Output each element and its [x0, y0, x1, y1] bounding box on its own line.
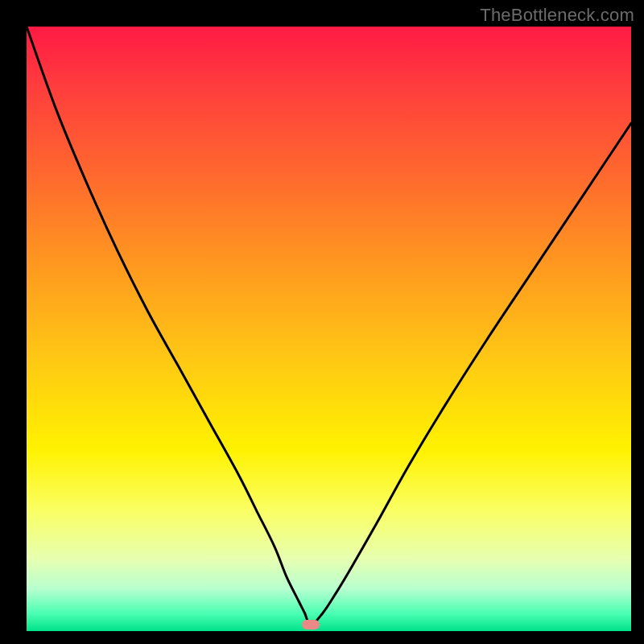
- notch-marker: [302, 620, 320, 630]
- bottleneck-curve: [27, 27, 631, 631]
- curve-path: [27, 27, 631, 625]
- outer-frame: TheBottleneck.com: [0, 0, 644, 644]
- plot-area: [27, 27, 631, 631]
- watermark-text: TheBottleneck.com: [480, 5, 634, 26]
